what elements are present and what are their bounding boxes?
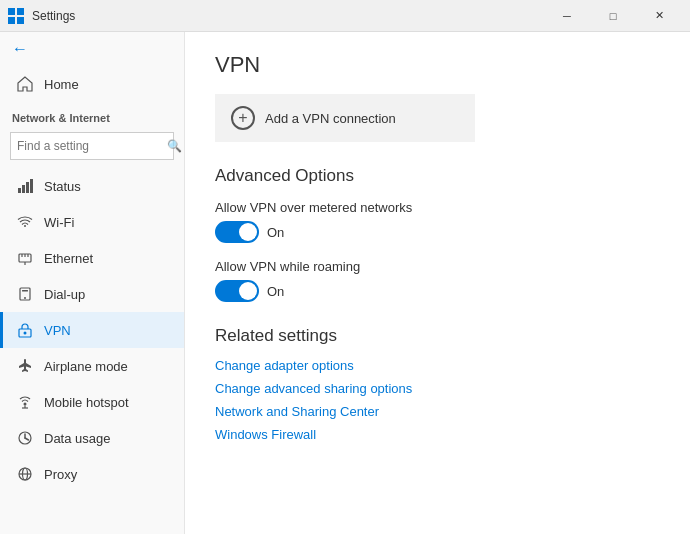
sidebar-item-dialup-label: Dial-up: [44, 287, 85, 302]
sidebar-item-vpn[interactable]: VPN: [0, 312, 184, 348]
toggle-metered-container: On: [215, 221, 660, 243]
dialup-icon: [16, 285, 34, 303]
sidebar-item-ethernet-label: Ethernet: [44, 251, 93, 266]
svg-rect-6: [26, 182, 29, 193]
toggle-roaming-label: Allow VPN while roaming: [215, 259, 660, 274]
home-icon: [16, 75, 34, 93]
sidebar-item-airplane[interactable]: Airplane mode: [0, 348, 184, 384]
maximize-button[interactable]: □: [590, 0, 636, 32]
toggle-metered-state: On: [267, 225, 284, 240]
back-button[interactable]: ←: [0, 32, 184, 66]
proxy-icon: [16, 465, 34, 483]
add-vpn-label: Add a VPN connection: [265, 111, 396, 126]
related-settings-heading: Related settings: [215, 326, 660, 346]
related-link-sharing-center[interactable]: Network and Sharing Center: [215, 404, 660, 419]
back-icon: ←: [12, 40, 28, 58]
add-vpn-button[interactable]: + Add a VPN connection: [215, 94, 475, 142]
airplane-icon: [16, 357, 34, 375]
close-button[interactable]: ✕: [636, 0, 682, 32]
search-icon: 🔍: [167, 139, 182, 153]
sidebar-item-proxy-label: Proxy: [44, 467, 77, 482]
sidebar-item-status-label: Status: [44, 179, 81, 194]
sidebar-item-hotspot-label: Mobile hotspot: [44, 395, 129, 410]
wifi-icon: [16, 213, 34, 231]
hotspot-icon: [16, 393, 34, 411]
toggle-roaming-state: On: [267, 284, 284, 299]
toggle-metered-label: Allow VPN over metered networks: [215, 200, 660, 215]
related-link-sharing[interactable]: Change advanced sharing options: [215, 381, 660, 396]
sidebar-item-wifi[interactable]: Wi-Fi: [0, 204, 184, 240]
sidebar: ← Home Network & Internet 🔍: [0, 32, 185, 534]
sidebar-section-title: Network & Internet: [0, 102, 184, 128]
sidebar-item-datausage-label: Data usage: [44, 431, 111, 446]
app-icon: [8, 8, 24, 24]
window-controls: ─ □ ✕: [544, 0, 682, 32]
ethernet-icon: [16, 249, 34, 267]
toggle-metered-switch[interactable]: [215, 221, 259, 243]
svg-point-18: [24, 403, 27, 406]
svg-point-14: [24, 297, 26, 299]
sidebar-item-proxy[interactable]: Proxy: [0, 456, 184, 492]
page-title: VPN: [215, 52, 660, 78]
sidebar-item-vpn-label: VPN: [44, 323, 71, 338]
window-title: Settings: [32, 9, 544, 23]
app-container: ← Home Network & Internet 🔍: [0, 32, 690, 534]
toggle-metered-row: Allow VPN over metered networks On: [215, 200, 660, 243]
sidebar-item-home-label: Home: [44, 77, 79, 92]
minimize-button[interactable]: ─: [544, 0, 590, 32]
svg-rect-2: [8, 17, 15, 24]
related-link-firewall[interactable]: Windows Firewall: [215, 427, 660, 442]
svg-rect-7: [30, 179, 33, 193]
advanced-options-heading: Advanced Options: [215, 166, 660, 186]
svg-point-17: [24, 332, 27, 335]
sidebar-item-dialup[interactable]: Dial-up: [0, 276, 184, 312]
svg-rect-5: [22, 185, 25, 193]
related-link-adapter[interactable]: Change adapter options: [215, 358, 660, 373]
toggle-roaming-row: Allow VPN while roaming On: [215, 259, 660, 302]
toggle-roaming-container: On: [215, 280, 660, 302]
svg-rect-3: [17, 17, 24, 24]
search-input[interactable]: [17, 139, 167, 153]
status-icon: [16, 177, 34, 195]
content-area: VPN + Add a VPN connection Advanced Opti…: [185, 32, 690, 534]
svg-rect-0: [8, 8, 15, 15]
svg-rect-1: [17, 8, 24, 15]
sidebar-item-airplane-label: Airplane mode: [44, 359, 128, 374]
search-box[interactable]: 🔍: [10, 132, 174, 160]
sidebar-item-ethernet[interactable]: Ethernet: [0, 240, 184, 276]
sidebar-item-hotspot[interactable]: Mobile hotspot: [0, 384, 184, 420]
svg-rect-15: [22, 290, 28, 292]
sidebar-item-status[interactable]: Status: [0, 168, 184, 204]
toggle-roaming-switch[interactable]: [215, 280, 259, 302]
svg-rect-4: [18, 188, 21, 193]
vpn-icon: [16, 321, 34, 339]
sidebar-item-wifi-label: Wi-Fi: [44, 215, 74, 230]
titlebar: Settings ─ □ ✕: [0, 0, 690, 32]
add-vpn-icon: +: [231, 106, 255, 130]
datausage-icon: [16, 429, 34, 447]
sidebar-item-datausage[interactable]: Data usage: [0, 420, 184, 456]
sidebar-item-home[interactable]: Home: [0, 66, 184, 102]
